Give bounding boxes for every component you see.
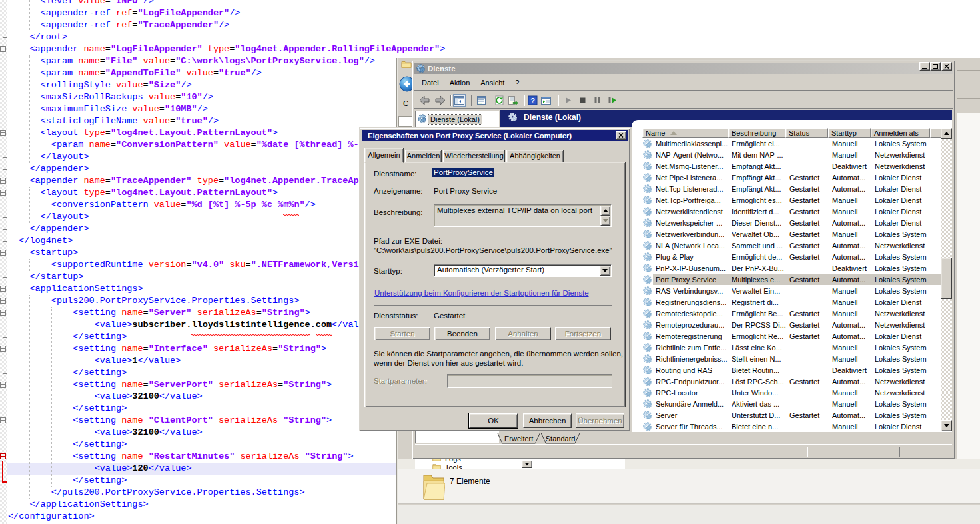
service-row-registrierungsdiens-[interactable]: Registrierungsdiens...Registriert di...M…: [642, 297, 952, 308]
dialog-tab-allgemein[interactable]: Allgemein: [364, 148, 404, 163]
startup-options-link[interactable]: Unterstützung beim Konfigurieren der Sta…: [374, 289, 589, 297]
toolbar-stop-service-icon[interactable]: [577, 95, 588, 106]
toolbar-show-console-tree-icon[interactable]: [453, 94, 464, 105]
service-row-remoteregistrierung[interactable]: RemoteregistrierungErmöglicht Re...Gesta…: [642, 331, 952, 342]
dialog-tab-wiederherstellung[interactable]: Wiederherstellung: [443, 150, 505, 162]
service-row-rpc-locator[interactable]: RPC-LocatorUnter Windo...ManuellNetzwerk…: [642, 388, 952, 399]
toolbar-extended-view-icon[interactable]: [540, 95, 552, 106]
service-row-ras-verbindungsv-[interactable]: RAS-Verbindungsv...Verwaltet Ein...Manue…: [642, 286, 952, 297]
service-row-net-tcp-portfreiga-[interactable]: Net.Tcp-Portfreiga...Ermöglicht es...Ges…: [642, 195, 952, 206]
toolbar-export-list-icon[interactable]: [507, 95, 518, 106]
dialog-titlebar[interactable]: Eigenschaften von Port Proxy Service (Lo…: [362, 130, 628, 141]
description-scroll-down[interactable]: [600, 216, 610, 226]
minimize-button[interactable]: [919, 62, 930, 71]
fold-toggle[interactable]: [0, 382, 6, 388]
fold-toggle[interactable]: [0, 178, 6, 184]
service-row-netzwerklistendienst[interactable]: NetzwerklistendienstIdentifiziert d...Ge…: [642, 206, 952, 218]
dialog-tab-anmelden[interactable]: Anmelden: [405, 150, 442, 162]
explorer-folder-list[interactable]: Logs Tools: [398, 459, 980, 469]
toolbar-properties-icon[interactable]: [476, 95, 487, 106]
view-tab-standard[interactable]: Standard: [546, 435, 576, 443]
service-row-net-msmq-listener-[interactable]: Net.Msmq-Listener...Empfängt Akt...Deakt…: [642, 161, 952, 172]
service-row-nap-agent-netwo-[interactable]: NAP-Agent (Netwo...Mit dem NAP-...Manuel…: [642, 150, 952, 161]
service-row-server[interactable]: ServerUnterstützt D...GestartetAutomat..…: [642, 410, 952, 421]
menu-datei[interactable]: Datei: [416, 77, 444, 88]
service-row-rpc-endpunktzuor-[interactable]: RPC-Endpunktzuor...Löst RPC-Sch...Gestar…: [642, 376, 952, 388]
toolbar-back-icon[interactable]: [419, 95, 430, 106]
service-row-net-tcp-listenerad-[interactable]: Net.Tcp-Listenerad...Empfängt Akt...Gest…: [642, 184, 952, 195]
service-row-richtlinienergebniss-[interactable]: Richtlinienergebniss...Stellt einen N...…: [642, 354, 952, 365]
service-row-pnp-x-ip-busenum-[interactable]: PnP-X-IP-Busenum...Der PnP-X-Bu...Deakti…: [642, 263, 952, 274]
service-row-remoteprozedurau-[interactable]: Remoteprozedurau...Der RPCSS-Di...Gestar…: [642, 320, 952, 331]
fortsetzen-button[interactable]: Fortsetzen: [555, 327, 611, 340]
service-row-sekund-re-anmeld-[interactable]: Sekundäre Anmeld...Aktiviert das ...Manu…: [642, 399, 952, 410]
fold-toggle[interactable]: [0, 286, 6, 292]
dialog-tab-abhängigkeiten[interactable]: Abhängigkeiten: [506, 150, 564, 162]
view-tab-erweitert[interactable]: Erweitert: [504, 435, 533, 443]
starttyp-combobox[interactable]: Automatisch (Verzögerter Start): [434, 264, 612, 277]
scroll-up-button[interactable]: [941, 128, 952, 139]
beenden-button[interactable]: Beenden: [434, 327, 490, 340]
beschreibung-field[interactable]: Multiplexes external TCP/IP data on loca…: [434, 204, 612, 227]
service-row-net-pipe-listenera-[interactable]: Net.Pipe-Listenera...Empfängt Akt...Gest…: [642, 172, 952, 184]
column-header-anmelden-als[interactable]: Anmelden als: [871, 128, 930, 138]
service-row-server-f-r-threads-[interactable]: Server für Threads...Bietet eine n...Man…: [642, 421, 952, 433]
anhalten-button[interactable]: Anhalten: [495, 327, 551, 340]
fold-toggle[interactable]: [0, 346, 6, 352]
menu-aktion[interactable]: Aktion: [444, 77, 476, 88]
cell-name: Port Proxy Service: [656, 274, 730, 286]
services-list[interactable]: NameBeschreibungStatusStarttypAnmelden a…: [642, 128, 952, 431]
fold-toggle[interactable]: [0, 298, 6, 304]
fold-toggle[interactable]: [0, 310, 6, 316]
editor-line-21: <startup>: [8, 247, 78, 259]
starten-button[interactable]: Starten: [374, 327, 430, 340]
ok-button[interactable]: OK: [469, 413, 518, 428]
column-header-beschreibung[interactable]: Beschreibung: [728, 128, 785, 138]
fold-toggle[interactable]: [0, 190, 6, 196]
folder-item-tools[interactable]: Tools: [432, 463, 462, 469]
toolbar-start-service-icon[interactable]: [562, 95, 574, 106]
service-row-plug-play[interactable]: Plug & PlayErmöglicht de...GestartetAuto…: [642, 252, 952, 263]
scroll-down-button[interactable]: [941, 420, 952, 431]
services-titlebar[interactable]: Dienste: [414, 63, 953, 74]
service-row-nla-network-loca-[interactable]: NLA (Network Loca...Sammelt und ...Gesta…: [642, 240, 952, 252]
fold-toggle[interactable]: [0, 130, 6, 136]
toolbar-refresh-icon[interactable]: [494, 95, 505, 106]
service-row-routing-und-ras[interactable]: Routing und RASBietet Routin...Deaktivie…: [642, 365, 952, 376]
column-header-starttyp[interactable]: Starttyp: [828, 128, 871, 138]
cell-name: Remoteprozedurau...: [656, 320, 730, 331]
service-row-multimediaklassenpl-[interactable]: Multimediaklassenpl...Ermöglicht ei...Ma…: [642, 138, 952, 150]
toolbar-help-icon[interactable]: ?: [527, 95, 538, 106]
cell-starttyp: Manuell: [832, 150, 873, 161]
fold-toggle-modified[interactable]: [0, 453, 6, 459]
cell-name: Netzwerklistendienst: [656, 206, 730, 218]
explorer-combo-dropdown[interactable]: [522, 460, 532, 468]
fold-toggle[interactable]: [0, 417, 6, 423]
description-scroll-up[interactable]: [600, 206, 610, 216]
services-scrollbar[interactable]: [941, 128, 952, 431]
bernehmen-button[interactable]: Übernehmen: [576, 413, 624, 428]
toolbar-restart-service-icon[interactable]: [606, 95, 618, 106]
service-row-remotedesktopdie-[interactable]: Remotedesktopdie...Ermöglicht Be...Gesta…: [642, 308, 952, 320]
dialog-close-button[interactable]: [616, 131, 626, 140]
toolbar-forward-icon[interactable]: [434, 95, 446, 106]
column-header-name[interactable]: Name: [642, 128, 728, 138]
tree-item-dienste-lokal[interactable]: Dienste (Lokal): [418, 113, 482, 125]
scroll-thumb[interactable]: [941, 258, 952, 299]
service-row-netzwerkspeicher-[interactable]: Netzwerkspeicher-...Dieser Dienst...Gest…: [642, 218, 952, 229]
menu-help[interactable]: ?: [510, 77, 524, 88]
abbrechen-button[interactable]: Abbrechen: [523, 413, 572, 428]
startparameter-field[interactable]: [447, 374, 612, 388]
fold-toggle[interactable]: [0, 46, 6, 52]
combo-dropdown-button[interactable]: [600, 266, 610, 276]
toolbar-separator: [558, 95, 559, 106]
toolbar-pause-service-icon[interactable]: [592, 95, 603, 106]
service-row-richtlinie-zum-entfe-[interactable]: Richtlinie zum Entfe...Lässt eine Ko...M…: [642, 342, 952, 354]
service-row-port-proxy-service[interactable]: Port Proxy ServiceMultiplexes e...Gestar…: [642, 274, 952, 286]
column-header-status[interactable]: Status: [785, 128, 828, 138]
maximize-button[interactable]: [930, 62, 941, 71]
menu-ansicht[interactable]: Ansicht: [475, 77, 510, 88]
fold-toggle[interactable]: [0, 250, 6, 256]
service-row-netzwerkverbindun-[interactable]: Netzwerkverbindun...Verwaltet Ob...Gesta…: [642, 229, 952, 240]
close-button[interactable]: [941, 62, 952, 71]
